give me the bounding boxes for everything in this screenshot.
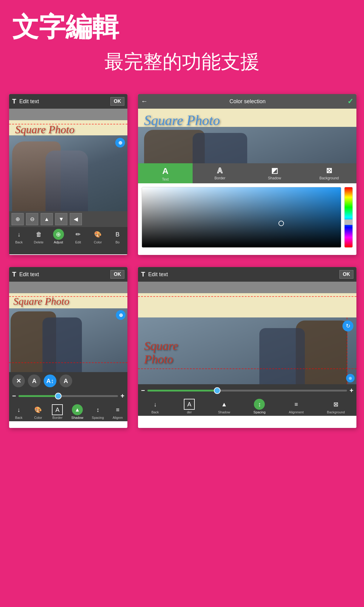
color-gradient-area[interactable] (142, 187, 353, 248)
btn-align-bl[interactable]: ≡ Alignm (112, 404, 123, 419)
gray-header-bl (9, 282, 127, 293)
plus-btn-bl[interactable]: + (120, 392, 124, 400)
move-left-btn[interactable]: ◀ (70, 213, 82, 225)
move-up-btn[interactable]: ▲ (41, 213, 53, 225)
ok-button-br[interactable]: OK (339, 270, 353, 279)
crosshair[interactable] (278, 221, 284, 226)
text-icon: T (12, 97, 16, 105)
slider-row-bl: − + (9, 390, 127, 402)
text-btn-row: ✕ A A↕ A (9, 372, 127, 390)
btn-back-bl[interactable]: ↓ Back (13, 404, 24, 419)
color-icon-tl: 🎨 (93, 229, 103, 240)
color-saturation-box[interactable] (142, 187, 341, 248)
zoom-row-tl: ⊕ ⊖ ▲ ▼ ◀ (9, 211, 127, 227)
btn-shadow-bl[interactable]: ▲ Shadow (71, 404, 83, 419)
rotate-handle-br[interactable]: ↻ (342, 320, 353, 331)
resize-handle-br[interactable]: ⊕ (346, 374, 355, 382)
btn-background-br[interactable]: ⊠ Background (327, 399, 345, 414)
slider-fill-bl (19, 395, 58, 397)
edit-toolbar-br: T Edit text OK (138, 267, 356, 282)
tab-shadow-label: Shadow (268, 176, 281, 180)
size-btn[interactable]: A↕ (44, 375, 56, 387)
move-down-btn[interactable]: ▼ (55, 213, 67, 225)
text-icon-bl: T (12, 270, 16, 278)
align-icon-bl: ≡ (112, 404, 123, 415)
btn-back-br[interactable]: ↓ Back (150, 399, 160, 414)
person-tr2 (193, 133, 247, 163)
spacing-label-bl: Spacing (92, 416, 104, 419)
btn-color-tl[interactable]: 🎨 Color (93, 229, 103, 244)
photo-area-br-top (138, 293, 356, 317)
btn-color-bl[interactable]: 🎨 Color (33, 404, 44, 419)
dashed-top-br (138, 296, 356, 297)
border-label-tl: Bo (116, 240, 120, 244)
btn-der-br[interactable]: A der (184, 399, 195, 414)
btn-spacing-bl[interactable]: ↕ Spacing (92, 404, 104, 419)
spacing-icon-br: ↕ (254, 399, 265, 410)
edit-toolbar-bl: T Edit text OK (9, 267, 127, 282)
close-text-btn[interactable]: ✕ (12, 375, 25, 387)
zoom-in-btn[interactable]: ⊕ (12, 213, 24, 225)
photo-mock-tl: ⊕ (9, 135, 127, 211)
photo-mock-br: ↻ ⊕ Square Photo (138, 317, 356, 384)
resize-handle-bl[interactable]: ⊕ (116, 310, 126, 320)
slider-fill-br (147, 390, 217, 392)
btn-border-tl[interactable]: B Bo (112, 229, 123, 244)
toolbar-title-bl: Edit text (19, 271, 39, 278)
color-toolbar: ← Color selection ✓ (138, 94, 356, 109)
slider-thumb-br[interactable] (214, 387, 221, 394)
tab-text[interactable]: A Text (138, 163, 193, 183)
bottom-icons-row-tl: ↓ Back 🗑 Delete ⊕ Adjust ✏ Edit 🎨 Color … (9, 227, 127, 245)
photo-area-tl: Square Photo ⊕ (9, 120, 127, 211)
tab-border[interactable]: A Border (193, 163, 247, 183)
btn-border-bl[interactable]: A Border (52, 404, 63, 419)
slider-thumb-bl[interactable] (55, 393, 62, 399)
btn-alignment-br[interactable]: ≡ Alignment (289, 399, 304, 414)
color-tabs: A Text A Border ◩ Shadow ⊠ Background (138, 163, 356, 183)
shadow-label-bl: Shadow (71, 416, 83, 419)
check-icon[interactable]: ✓ (347, 97, 353, 106)
edit-icon-tl: ✏ (73, 229, 84, 240)
back-arrow-icon[interactable]: ← (141, 97, 148, 105)
resize-handle-tl[interactable]: ⊕ (115, 138, 125, 148)
font-btn[interactable]: A (28, 375, 41, 387)
style-btn[interactable]: A (59, 375, 72, 387)
slider-track-br[interactable] (147, 390, 347, 392)
minus-btn-bl[interactable]: − (12, 392, 16, 400)
slider-row-br: − + (138, 384, 356, 397)
color-toolbar-title: Color selection (148, 98, 347, 105)
ok-button-bl[interactable]: OK (110, 270, 124, 279)
btn-back-tl[interactable]: ↓ Back (14, 229, 25, 244)
tab-shadow[interactable]: ◩ Shadow (247, 163, 302, 183)
tab-border-label: Border (214, 176, 225, 180)
slider-track-bl[interactable] (19, 395, 118, 397)
back-icon-br: ↓ (150, 399, 160, 410)
btn-adjust-tl[interactable]: ⊕ Adjust (53, 229, 64, 244)
btn-shadow-br[interactable]: ▲ Shadow (218, 399, 230, 414)
back-label-bl: Back (15, 416, 22, 419)
adjust-icon-tl: ⊕ (53, 229, 64, 240)
btn-spacing-br[interactable]: ↕ Spacing (254, 399, 266, 414)
toolbar-title-br: Edit text (148, 271, 168, 278)
minus-btn-br[interactable]: − (141, 387, 145, 395)
bottom-toolbar-tl: ↓ Back 🗑 Delete ⊕ Adjust ✏ Edit 🎨 Color … (9, 227, 127, 254)
plus-btn-br[interactable]: + (349, 387, 353, 395)
back-label-br: Back (151, 410, 159, 414)
tab-bg-letter: ⊠ (326, 166, 332, 175)
ok-button-tl[interactable]: OK (110, 97, 124, 106)
delete-icon-tl: 🗑 (33, 229, 44, 240)
hue-thumb[interactable] (344, 219, 353, 225)
tab-background[interactable]: ⊠ Background (302, 163, 356, 183)
color-label-bl: Color (34, 416, 42, 419)
spacing-icon-bl: ↕ (92, 404, 103, 415)
gray-header-tl (9, 109, 127, 120)
border-label-bl: Border (52, 416, 62, 419)
back-icon-tl: ↓ (14, 229, 25, 240)
dashed-bottom-bl (9, 362, 127, 363)
btn-delete-tl[interactable]: 🗑 Delete (33, 229, 44, 244)
btn-edit-tl[interactable]: ✏ Edit (73, 229, 84, 244)
hue-slider[interactable] (344, 187, 353, 248)
shadow-icon-br: ▲ (219, 399, 230, 410)
zoom-out-btn[interactable]: ⊖ (26, 213, 38, 225)
color-photo-area: Square Photo (138, 109, 356, 163)
